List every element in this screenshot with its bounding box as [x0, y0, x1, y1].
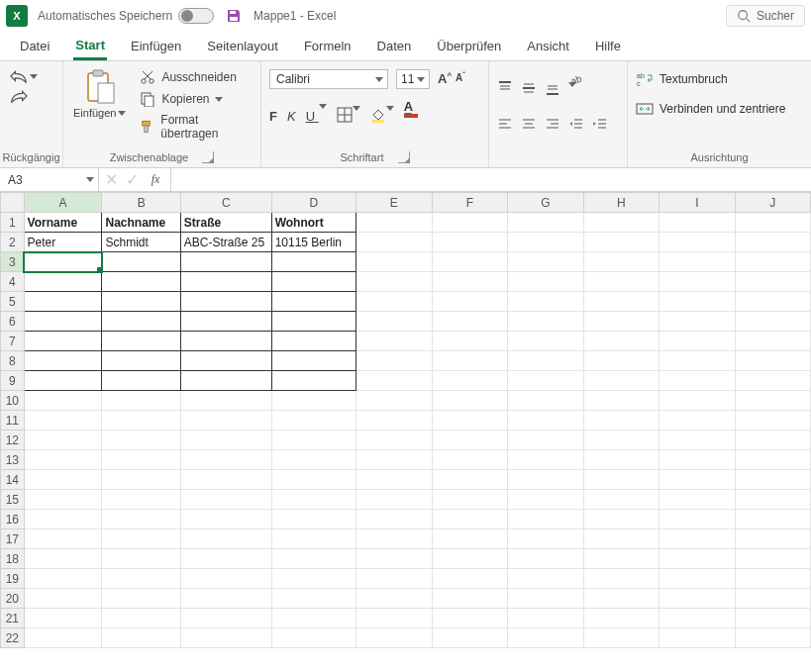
- cell-B21[interactable]: [102, 609, 180, 628]
- cell-D7[interactable]: [271, 332, 355, 351]
- cell-A10[interactable]: [24, 391, 102, 411]
- cell-J10[interactable]: [735, 391, 811, 411]
- cell-A7[interactable]: [24, 332, 102, 351]
- cell-H2[interactable]: [583, 233, 659, 252]
- cell-H1[interactable]: [583, 213, 659, 233]
- cell-D5[interactable]: [271, 292, 355, 312]
- dialog-launcher-icon[interactable]: [202, 151, 214, 163]
- cell-F21[interactable]: [432, 609, 507, 628]
- font-name-select[interactable]: Calibri: [269, 69, 388, 89]
- cell-E16[interactable]: [356, 510, 433, 529]
- cell-F13[interactable]: [432, 450, 507, 470]
- row-header-14[interactable]: 14: [1, 470, 25, 490]
- cell-I21[interactable]: [659, 609, 735, 628]
- cell-H8[interactable]: [583, 351, 659, 371]
- cell-D1[interactable]: Wohnort: [271, 213, 355, 233]
- cell-A17[interactable]: [24, 529, 102, 549]
- col-header-D[interactable]: D: [271, 193, 355, 213]
- cell-B1[interactable]: Nachname: [102, 213, 180, 233]
- cell-E1[interactable]: [356, 213, 433, 233]
- cell-H16[interactable]: [583, 510, 659, 529]
- align-top-button[interactable]: [497, 80, 513, 96]
- tab-datei[interactable]: Datei: [18, 33, 51, 60]
- tab-start[interactable]: Start: [73, 32, 107, 60]
- cell-H20[interactable]: [583, 589, 659, 609]
- cell-G22[interactable]: [508, 628, 584, 648]
- cell-J3[interactable]: [735, 252, 811, 272]
- borders-button[interactable]: [337, 107, 360, 126]
- cell-E2[interactable]: [356, 233, 433, 252]
- tab-ansicht[interactable]: Ansicht: [525, 33, 571, 60]
- cell-G2[interactable]: [508, 233, 584, 252]
- cell-C20[interactable]: [180, 589, 271, 609]
- row-header-4[interactable]: 4: [1, 272, 25, 292]
- cell-A20[interactable]: [24, 589, 102, 609]
- cell-G10[interactable]: [508, 391, 584, 411]
- align-center-button[interactable]: [521, 117, 537, 133]
- cell-C22[interactable]: [180, 628, 271, 648]
- cell-I6[interactable]: [659, 312, 735, 332]
- name-box[interactable]: A3: [0, 168, 99, 191]
- merge-center-button[interactable]: Verbinden und zentriere: [636, 87, 803, 117]
- cell-F5[interactable]: [432, 292, 507, 312]
- row-header-17[interactable]: 17: [1, 529, 25, 549]
- cell-F18[interactable]: [432, 549, 507, 569]
- row-header-15[interactable]: 15: [1, 490, 25, 510]
- cell-B6[interactable]: [102, 312, 180, 332]
- cell-B14[interactable]: [102, 470, 180, 490]
- cell-E18[interactable]: [356, 549, 433, 569]
- cell-E3[interactable]: [356, 252, 433, 272]
- confirm-formula-icon[interactable]: ✓: [126, 170, 139, 189]
- cell-G6[interactable]: [508, 312, 584, 332]
- cell-G15[interactable]: [508, 490, 584, 510]
- row-header-11[interactable]: 11: [1, 411, 25, 431]
- cell-D19[interactable]: [271, 569, 355, 589]
- row-header-18[interactable]: 18: [1, 549, 25, 569]
- cell-D15[interactable]: [271, 490, 355, 510]
- tab-daten[interactable]: Daten: [375, 33, 414, 60]
- cell-J4[interactable]: [735, 272, 811, 292]
- cell-G14[interactable]: [508, 470, 584, 490]
- cell-A14[interactable]: [24, 470, 102, 490]
- cell-A22[interactable]: [24, 628, 102, 648]
- cell-J17[interactable]: [735, 529, 811, 549]
- cell-H6[interactable]: [583, 312, 659, 332]
- cell-J8[interactable]: [735, 351, 811, 371]
- row-header-21[interactable]: 21: [1, 609, 25, 628]
- decrease-font-icon[interactable]: Aˇ: [456, 71, 465, 86]
- col-header-H[interactable]: H: [583, 193, 659, 213]
- undo-button[interactable]: [10, 69, 52, 83]
- row-header-7[interactable]: 7: [1, 332, 25, 351]
- cell-G18[interactable]: [508, 549, 584, 569]
- cell-G16[interactable]: [508, 510, 584, 529]
- underline-button[interactable]: U: [306, 109, 327, 124]
- cell-J14[interactable]: [735, 470, 811, 490]
- cell-C17[interactable]: [180, 529, 271, 549]
- cut-button[interactable]: Ausschneiden: [140, 69, 253, 85]
- cell-E8[interactable]: [356, 351, 433, 371]
- formula-bar[interactable]: [171, 168, 811, 191]
- cell-E22[interactable]: [356, 628, 433, 648]
- cell-J16[interactable]: [735, 510, 811, 529]
- cell-F15[interactable]: [432, 490, 507, 510]
- row-header-22[interactable]: 22: [1, 628, 25, 648]
- cell-E5[interactable]: [356, 292, 433, 312]
- cell-G12[interactable]: [508, 431, 584, 450]
- cell-I19[interactable]: [659, 569, 735, 589]
- cell-C18[interactable]: [180, 549, 271, 569]
- wrap-text-button[interactable]: abc Textumbruch: [636, 71, 803, 87]
- col-header-C[interactable]: C: [180, 193, 271, 213]
- cell-H9[interactable]: [583, 371, 659, 391]
- cell-F6[interactable]: [432, 312, 507, 332]
- cell-B22[interactable]: [102, 628, 180, 648]
- cell-H21[interactable]: [583, 609, 659, 628]
- copy-button[interactable]: Kopieren: [140, 91, 253, 107]
- cell-J6[interactable]: [735, 312, 811, 332]
- cell-E14[interactable]: [356, 470, 433, 490]
- row-header-9[interactable]: 9: [1, 371, 25, 391]
- cell-A5[interactable]: [24, 292, 102, 312]
- cell-D9[interactable]: [271, 371, 355, 391]
- cell-E4[interactable]: [356, 272, 433, 292]
- cell-D22[interactable]: [271, 628, 355, 648]
- cell-B3[interactable]: [102, 252, 180, 272]
